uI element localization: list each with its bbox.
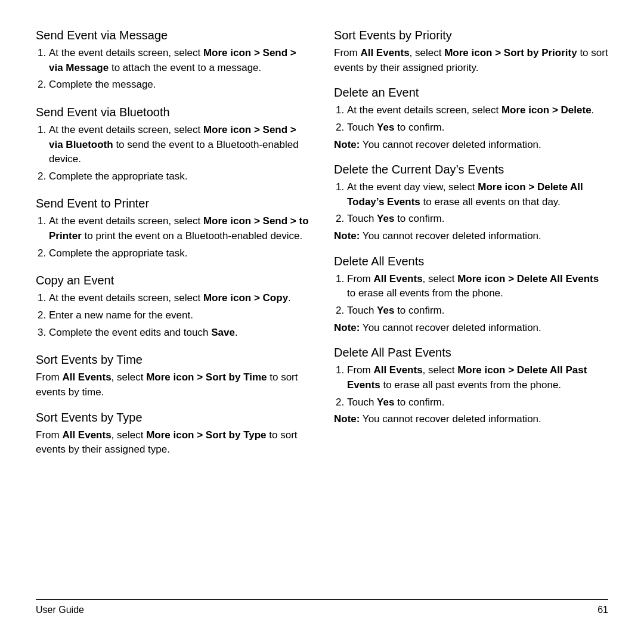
section-delete-event: Delete an Event At the event details scr…: [334, 86, 608, 152]
section-delete-all-past: Delete All Past Events From All Events, …: [334, 346, 608, 427]
section-sort-by-time: Sort Events by Time From All Events, sel…: [36, 353, 310, 400]
list-item: Complete the appropriate task.: [49, 169, 310, 184]
section-list-delete-current-day: At the event day view, select More icon …: [334, 180, 608, 227]
list-item: At the event details screen, select More…: [49, 214, 310, 243]
footer-label: User Guide: [36, 605, 84, 615]
list-item: At the event details screen, select More…: [49, 46, 310, 75]
section-title-copy-event: Copy an Event: [36, 274, 310, 287]
list-item: At the event details screen, select More…: [347, 103, 608, 118]
section-title-delete-current-day: Delete the Current Day’s Events: [334, 163, 608, 177]
right-column: Sort Events by Priority From All Events,…: [334, 29, 608, 593]
list-item: Touch Yes to confirm.: [347, 304, 608, 318]
section-list-send-message: At the event details screen, select More…: [36, 46, 310, 92]
section-title-send-message: Send Event via Message: [36, 29, 310, 42]
left-column: Send Event via Message At the event deta…: [36, 29, 310, 593]
section-title-sort-type: Sort Events by Type: [36, 411, 310, 425]
section-title-delete-event: Delete an Event: [334, 86, 608, 100]
list-item: At the event details screen, select More…: [49, 291, 310, 306]
list-item: At the event details screen, select More…: [49, 123, 310, 167]
content-area: Send Event via Message At the event deta…: [36, 29, 608, 593]
list-item: At the event day view, select More icon …: [347, 180, 608, 209]
note-delete-current-day: Note: You cannot recover deleted informa…: [334, 229, 608, 244]
section-title-sort-priority: Sort Events by Priority: [334, 29, 608, 42]
section-body-sort-time: From All Events, select More icon > Sort…: [36, 370, 310, 400]
section-send-event-printer: Send Event to Printer At the event detai…: [36, 197, 310, 263]
list-item: Complete the message.: [49, 78, 310, 92]
section-title-sort-time: Sort Events by Time: [36, 353, 310, 367]
list-item: Complete the event edits and touch Save.: [49, 326, 310, 340]
list-item: Enter a new name for the event.: [49, 308, 310, 323]
list-item: From All Events, select More icon > Dele…: [347, 363, 608, 392]
page: Send Event via Message At the event deta…: [0, 0, 644, 644]
list-item: Complete the appropriate task.: [49, 246, 310, 261]
section-title-send-printer: Send Event to Printer: [36, 197, 310, 210]
note-delete-all-events: Note: You cannot recover deleted informa…: [334, 321, 608, 336]
section-list-delete-all-events: From All Events, select More icon > Dele…: [334, 272, 608, 318]
section-list-delete-event: At the event details screen, select More…: [334, 103, 608, 135]
list-item: Touch Yes to confirm.: [347, 395, 608, 410]
section-send-event-message: Send Event via Message At the event deta…: [36, 29, 310, 95]
note-delete-all-past: Note: You cannot recover deleted informa…: [334, 412, 608, 427]
section-delete-all-events: Delete All Events From All Events, selec…: [334, 255, 608, 336]
section-send-event-bluetooth: Send Event via Bluetooth At the event de…: [36, 106, 310, 187]
list-item: Touch Yes to confirm.: [347, 120, 608, 135]
section-title-delete-all-events: Delete All Events: [334, 255, 608, 268]
section-copy-event: Copy an Event At the event details scree…: [36, 274, 310, 342]
footer: User Guide 61: [36, 599, 608, 615]
list-item: Touch Yes to confirm.: [347, 212, 608, 227]
section-body-sort-priority: From All Events, select More icon > Sort…: [334, 46, 608, 75]
footer-page-number: 61: [597, 605, 608, 615]
section-sort-by-type: Sort Events by Type From All Events, sel…: [36, 411, 310, 457]
note-delete-event: Note: You cannot recover deleted informa…: [334, 138, 608, 153]
section-list-send-bluetooth: At the event details screen, select More…: [36, 123, 310, 184]
section-list-copy-event: At the event details screen, select More…: [36, 291, 310, 340]
section-list-send-printer: At the event details screen, select More…: [36, 214, 310, 261]
section-title-delete-all-past: Delete All Past Events: [334, 346, 608, 360]
section-body-sort-type: From All Events, select More icon > Sort…: [36, 428, 310, 457]
section-title-send-bluetooth: Send Event via Bluetooth: [36, 106, 310, 119]
list-item: From All Events, select More icon > Dele…: [347, 272, 608, 301]
section-list-delete-all-past: From All Events, select More icon > Dele…: [334, 363, 608, 410]
section-delete-current-day: Delete the Current Day’s Events At the e…: [334, 163, 608, 244]
section-sort-by-priority: Sort Events by Priority From All Events,…: [334, 29, 608, 75]
